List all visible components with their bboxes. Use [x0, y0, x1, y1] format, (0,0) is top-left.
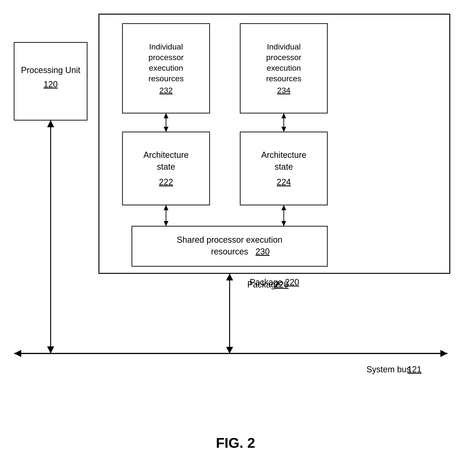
individual-resources-232-number: 232 — [160, 86, 173, 95]
system-bus-label: System bus — [366, 365, 411, 374]
diagram-container: Processing Unit 120 Package 220 Individu… — [0, 0, 471, 476]
individual-resources-234-label: Individual — [267, 42, 301, 51]
individual-resources-232-label: Individual — [149, 42, 183, 51]
individual-resources-234-label2: processor — [266, 53, 301, 62]
pu-to-bus-arrow-down — [47, 346, 54, 354]
individual-resources-232-label4: resources — [148, 74, 183, 83]
shared-resources-230-label2: resources — [211, 247, 248, 256]
processing-unit-label: Processing Unit — [21, 65, 80, 75]
arch-state-222-number: 222 — [159, 177, 173, 187]
arch-state-224-number: 224 — [277, 177, 291, 187]
shared-resources-230-label: Shared processor execution — [177, 235, 282, 245]
arch-state-224-label2: state — [275, 162, 293, 171]
pu-to-bus-arrow-up — [47, 120, 54, 127]
arch-state-222-label: Architecture — [144, 150, 189, 160]
arch-state-224-label: Architecture — [261, 150, 306, 160]
fig-label: FIG. 2 — [216, 435, 255, 451]
individual-resources-232-label2: processor — [148, 53, 183, 62]
system-bus-number: 121 — [407, 365, 422, 374]
processing-unit-number: 120 — [44, 79, 58, 89]
individual-resources-234-label4: resources — [266, 74, 301, 83]
arch-state-222-label2: state — [157, 162, 175, 171]
individual-resources-232-label3: execution — [149, 63, 183, 72]
shared-resources-230-number: 230 — [256, 247, 270, 256]
shared-resources-230-box — [132, 226, 327, 266]
individual-resources-234-number: 234 — [277, 86, 291, 95]
package-label-text: Package 220 — [250, 277, 299, 287]
package-arrow-up — [226, 274, 233, 280]
individual-resources-234-label3: execution — [267, 63, 301, 72]
bus-arrow-left — [14, 350, 21, 357]
bus-arrow-right — [440, 350, 447, 357]
package-arrow-down — [226, 347, 233, 354]
